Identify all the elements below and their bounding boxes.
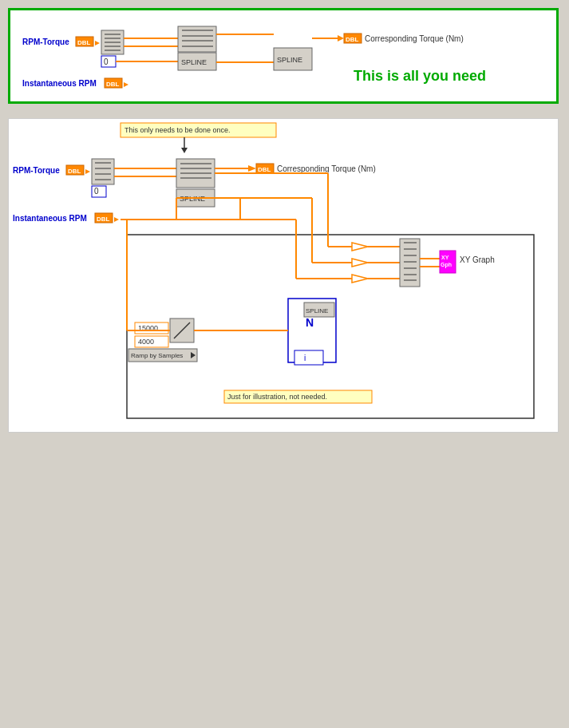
svg-marker-26 <box>338 35 344 42</box>
svg-marker-33 <box>124 82 128 87</box>
svg-text:DBL: DBL <box>346 36 359 43</box>
svg-text:Gph: Gph <box>441 262 452 268</box>
mid-section: This only needs to be done once. RPM-Tor… <box>8 118 559 433</box>
svg-text:4000: 4000 <box>138 338 154 346</box>
svg-text:DBL: DBL <box>77 39 91 46</box>
svg-text:Instantaneous RPM: Instantaneous RPM <box>13 214 87 223</box>
svg-marker-59 <box>248 165 256 172</box>
svg-text:SPLINE: SPLINE <box>181 58 207 66</box>
svg-text:0: 0 <box>104 57 109 66</box>
svg-text:DBL: DBL <box>97 216 110 223</box>
top-green-box: RPM-Torque DBL 0 SPLINE SPLINE <box>8 8 559 104</box>
svg-text:0: 0 <box>94 187 99 196</box>
svg-text:Corresponding Torque (Nm): Corresponding Torque (Nm) <box>365 34 464 43</box>
svg-text:DBL: DBL <box>68 168 81 175</box>
svg-marker-37 <box>181 148 188 153</box>
svg-rect-88 <box>400 239 420 287</box>
top-diagram-svg: RPM-Torque DBL 0 SPLINE SPLINE <box>18 14 529 102</box>
svg-text:i: i <box>304 354 306 362</box>
svg-marker-66 <box>114 217 119 222</box>
svg-text:Ramp by Samples: Ramp by Samples <box>131 352 183 359</box>
svg-text:SPLINE: SPLINE <box>277 56 302 64</box>
svg-text:XY: XY <box>441 255 449 260</box>
rpm-torque-label-top: RPM-Torque <box>22 38 69 46</box>
this-is-all-you-need-label: This is all you need <box>354 68 486 85</box>
svg-rect-104 <box>294 350 323 365</box>
svg-text:Instantaneous RPM: Instantaneous RPM <box>22 79 97 88</box>
svg-text:N: N <box>306 316 314 329</box>
svg-text:Corresponding Torque (Nm): Corresponding Torque (Nm) <box>277 164 376 173</box>
mid-diagram-svg: This only needs to be done once. RPM-Tor… <box>9 119 551 430</box>
svg-text:This only needs to be done onc: This only needs to be done once. <box>124 126 231 134</box>
svg-text:RPM-Torque: RPM-Torque <box>13 166 60 175</box>
svg-text:XY Graph: XY Graph <box>460 255 495 264</box>
bottom-section: RPM-Torque 15000 47.7766 14000 52.5124 1… <box>0 443 569 728</box>
svg-text:SPLINE: SPLINE <box>306 307 328 315</box>
svg-text:DBL: DBL <box>258 166 271 173</box>
svg-text:Just for illustration, not nee: Just for illustration, not needed. <box>227 393 327 401</box>
svg-marker-41 <box>85 169 90 174</box>
svg-text:DBL: DBL <box>106 81 120 88</box>
svg-marker-2 <box>95 41 100 46</box>
